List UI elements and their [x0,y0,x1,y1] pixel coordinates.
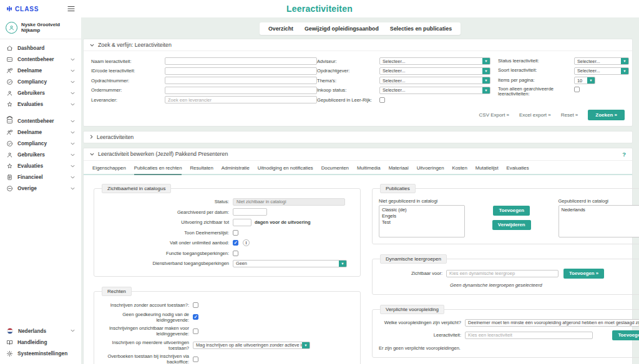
tab-materiaal[interactable]: Materiaal [389,165,409,174]
toevoegen-button[interactable]: Toevoegen [493,206,530,216]
status-label: Status: [100,199,233,204]
sidebar-item-contentbeheer[interactable]: Contentbeheer [0,54,81,65]
adviseur-select[interactable]: Selecteer... [379,57,490,65]
rights-row-label: Inschrijven zonder account toestaan?: [100,302,193,308]
excel-export-link[interactable]: Excel export » [519,112,551,118]
sidebar-item-compliancy[interactable]: Compliancy [0,138,81,149]
finance-icon [6,174,13,181]
archived-date-input[interactable] [233,208,267,216]
soort-leeractiviteit-select[interactable]: Selecteer... [574,67,629,75]
overbooking-checkbox[interactable] [193,357,198,362]
tab-documenten[interactable]: Documenten [321,165,349,174]
show-participants-checkbox[interactable] [233,230,238,236]
csv-export-link[interactable]: CSV Export » [479,112,509,118]
status-leeractiviteit-select[interactable]: Selecteer... [574,57,629,65]
sidebar-item-gebruikers[interactable]: Gebruikers [0,87,81,98]
dynamic-group-input[interactable] [446,270,559,277]
published-listbox[interactable]: Nederlands [559,205,639,237]
tab-uitnodiging-en-notificaties[interactable]: Uitnodiging en notificaties [258,165,313,174]
sidebar-item-compliancy[interactable]: Compliancy [0,76,81,87]
themas-select[interactable]: Selecteer... [379,77,490,84]
sidebar-item-overige[interactable]: Overige [0,183,81,194]
sidebar-item-evaluaties[interactable]: Evaluaties [0,98,81,110]
list-item[interactable]: Nederlands [562,207,639,213]
visibility-panel-title: Zichtbaarheid in catalogus [102,184,171,193]
tab-kosten[interactable]: Kosten [452,165,467,174]
tab-mutatielijst[interactable]: Mutatielijst [476,165,499,174]
sidebar-item-label: Deelname [17,129,42,135]
no-approval-checkbox[interactable] [193,314,198,320]
unlimited-checkbox[interactable] [233,240,238,246]
hide-enrollments-checkbox[interactable] [193,328,198,334]
sidebar-item-contentbeheer[interactable]: Contentbeheer [0,115,81,127]
prereq-activity-input[interactable] [465,332,593,339]
employment-restrictions-label: Dienstverband toegangsbeperkingen [100,261,233,266]
leerrijk-checkbox[interactable] [379,97,385,103]
sidebar-item-gebruikers[interactable]: Gebruikers [0,149,81,160]
help-button[interactable]: ? [622,151,626,158]
chevron-down-icon [71,92,75,95]
dropdown-arrow-icon [621,68,628,74]
sidebar-item-financieel[interactable]: Financieel [0,171,81,183]
view-tab-gewijzigd-opleidingsaanbod[interactable]: Gewijzigd opleidingsaanbod [305,26,379,32]
edit-section-header[interactable]: Leeractiviteit bewerken (Jezelf) Pakkend… [84,148,632,161]
sidebar-item-nederlands[interactable]: Nederlands [0,325,81,337]
opdrachtnummer-input[interactable] [165,77,317,84]
employment-restrictions-select[interactable]: Geen [233,260,347,267]
function-restrictions-checkbox[interactable] [233,251,238,256]
sidebar-item-deelname[interactable]: Deelname [0,65,81,76]
status-leeractiviteit-label: Status leeractiviteit: [498,59,574,64]
sidebar-item-dashboard[interactable]: Dashboard [0,42,81,54]
sidebar-item-label: Dashboard [17,45,44,51]
search-section-title: Zoek & verfijn: Leeractiviteiten [98,42,172,48]
list-item[interactable]: Test [382,219,462,226]
dynamic-group-add-button[interactable]: Toevoegen » [563,269,604,279]
sidebar-item-label: Compliancy [17,140,47,146]
archived-date-label: Gearchiveerd per datum: [100,209,233,215]
tab-eigenschappen[interactable]: Eigenschappen [92,165,126,174]
dropdown-arrow-icon [482,58,490,64]
opdracht-label: Opdrachtnummer: [91,78,165,84]
opdrachtgever-select[interactable]: Selecteer... [379,67,490,75]
id-code-input[interactable] [165,67,317,75]
visible-until-input[interactable] [233,219,251,226]
list-section-header[interactable]: Leeractiviteiten [84,132,632,143]
user-profile[interactable]: Nyske Grootveld Nijkamp [0,17,81,39]
ordernummer-input[interactable] [165,87,317,94]
no-account-checkbox[interactable] [193,302,198,308]
multiple-enrollments-select[interactable]: Mag inschrijven op alle uitvoeringen zon… [193,342,310,349]
chevron-down-icon [71,153,75,156]
star-icon [6,163,13,170]
leverancier-input[interactable] [165,96,317,103]
tab-evaluaties[interactable]: Evaluaties [507,165,529,174]
search-section-header[interactable]: Zoek & verfijn: Leeractiviteiten [84,39,632,51]
verwijderen-button[interactable]: Verwijderen [492,220,531,230]
tab-uitvoeringen[interactable]: Uitvoeringen [417,165,444,174]
items-per-pagina-select[interactable]: 10 [574,77,595,84]
hamburger-icon[interactable] [67,6,75,12]
inkoop-status-select[interactable]: Selecteer... [379,87,490,94]
sidebar-item-handleiding[interactable]: Handleiding [0,337,81,348]
info-icon[interactable]: i [243,239,250,246]
prerequisites-panel-title: Verplichte vooropleiding [380,305,444,314]
list-item[interactable]: Engels [382,213,462,219]
view-tab-overzicht[interactable]: Overzicht [268,26,293,32]
zoeken-button[interactable]: Zoeken » [588,110,625,120]
prereq-add-button[interactable]: Toevoegen » [612,330,639,340]
brand-logo[interactable]: CLASS [6,6,39,12]
naam-leeractiviteit-input[interactable] [165,57,317,65]
sidebar-item-systeeminstellingen[interactable]: Systeeminstellingen [0,348,81,359]
required-prereq-select[interactable]: Deelnemer moet ten minste één vooropleid… [465,319,639,327]
visible-until-suffix: dagen voor de uitvoering [255,219,311,225]
tab-resultaten[interactable]: Resultaten [190,165,213,174]
archived-checkbox[interactable] [574,87,580,92]
reset-link[interactable]: Reset » [561,112,578,118]
view-tab-selecties-en-publicaties[interactable]: Selecties en publicaties [390,26,452,32]
tab-multimedia[interactable]: Multimedia [357,165,381,174]
tab-administratie[interactable]: Administratie [222,165,250,174]
tab-publicaties-en-rechten[interactable]: Publicaties en rechten [134,165,182,175]
unpublished-listbox[interactable]: Classic (de)EngelsTest [379,205,465,237]
sidebar-item-evaluaties[interactable]: Evaluaties [0,160,81,171]
sidebar-item-deelname[interactable]: Deelname [0,127,81,138]
list-item[interactable]: Classic (de) [382,207,462,213]
